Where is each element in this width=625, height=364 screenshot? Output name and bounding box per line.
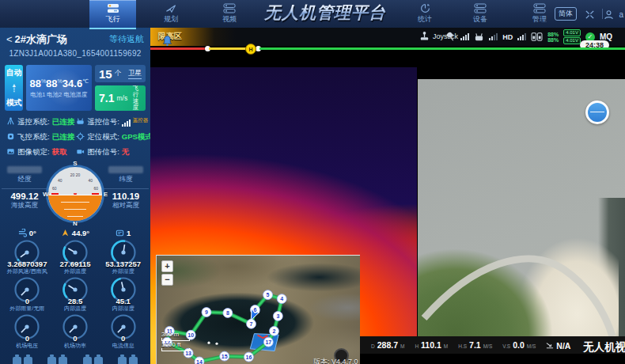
altitude-slider[interactable]: H	[150, 46, 625, 51]
waypoint-number: 5	[267, 292, 270, 298]
ground-battery-0	[5, 353, 40, 364]
telemetry-item-H.S: H.S7.1M/S	[458, 340, 492, 350]
battery-voltages: 4.01V4.01V	[563, 29, 581, 44]
flight-statusbar: 限高区 Joystick HD 88%88% 4.01V4.01V ✓ MQ 2…	[150, 28, 625, 46]
battery2-stat: 88% 电池2	[46, 77, 62, 98]
waypoint-number: 2	[273, 328, 276, 334]
slider-safe-segment	[259, 47, 625, 50]
tab-plan[interactable]: 规划	[151, 0, 191, 28]
link-status-grid: 遥控系统:已连接遥控信号:遥控器飞控系统:已连接定位模式:GPS模式图像锁定:获…	[6, 117, 146, 157]
scale-meters: 300 m	[161, 331, 190, 338]
joystick-icon	[419, 31, 430, 41]
status-row-4: 图像锁定:获取	[6, 147, 74, 157]
battery-icon	[83, 357, 92, 364]
battery-icon	[129, 357, 138, 364]
tab-video[interactable]: 视频	[210, 0, 249, 28]
devices-tab-icon	[474, 3, 487, 13]
back-button[interactable]: <	[6, 33, 13, 45]
flight-mode-tab[interactable]: 自动 ▲⋮ 模式	[5, 65, 23, 111]
ground-battery-row	[5, 353, 146, 364]
mode-arrow-icon: ▲⋮	[11, 83, 17, 93]
status-label: 遥控信号:	[87, 117, 119, 127]
satellites-label[interactable]: 卫星	[128, 69, 142, 79]
ground-battery-2	[75, 353, 111, 364]
longitude-label: 经度	[2, 175, 47, 184]
battery-percentages: 88%88%	[547, 32, 559, 43]
slider-danger-segment	[150, 47, 206, 50]
waypoint-number: 4	[280, 296, 283, 301]
battery1-stat: 88% 电池1	[29, 77, 46, 98]
waypoint-number: 8	[226, 310, 229, 316]
tab-stats[interactable]: 统计	[405, 0, 445, 28]
zoom-out-button[interactable]: −	[161, 274, 173, 286]
mode-label-bottom: 模式	[6, 97, 22, 108]
horizon-ground	[48, 195, 102, 221]
fullscreen-toggle-icon[interactable]	[585, 9, 595, 23]
image-lock-icon	[6, 147, 15, 157]
camera-compass[interactable]	[585, 100, 609, 124]
remote-controller-icon	[474, 32, 484, 42]
app-title: 无人机管理平台	[258, 2, 392, 24]
fc-icon	[6, 132, 15, 142]
top-navbar: 飞行 规划 视频 无人机管理平台 统计 设备 管理 简体	[0, 0, 625, 28]
ground-battery-3	[111, 353, 146, 364]
firmware-version: 版本: V4.4.7.0	[313, 357, 358, 364]
latitude-label: 纬度	[103, 175, 149, 184]
tab-flight[interactable]: 飞行	[89, 0, 136, 29]
tab-label: 统计	[418, 14, 432, 25]
gauge-label: 外部温度	[51, 267, 100, 275]
heading-icon	[61, 229, 70, 237]
altitude-handle[interactable]: H	[245, 44, 256, 55]
rc-signal-bars-icon	[122, 119, 131, 127]
tab-label: 设备	[473, 14, 487, 25]
waypoint-number: 14	[196, 359, 203, 364]
latitude-value-blurred	[108, 166, 143, 173]
map-scale: 300 m 1000 ft	[161, 331, 190, 351]
status-label: 遥控系统:	[17, 117, 50, 127]
slider-warning-segment	[209, 47, 247, 50]
tab-label: 视频	[222, 14, 237, 25]
remote-signal-bars	[489, 33, 498, 40]
drone-serial: 1ZN3J1A001A380_1654001159692	[0, 49, 150, 60]
status-row-3: 定位模式:GPS模式	[76, 132, 150, 142]
hd-label: HD	[502, 33, 513, 41]
tab-label: 管理	[532, 14, 547, 25]
hd-signal-bars	[517, 33, 526, 40]
status-row-1: 遥控信号:遥控器	[76, 117, 150, 127]
flight-sidebar: < 2#水滴广场 等待返航 1ZN3J1A001A380_16540011596…	[0, 28, 150, 364]
satellite-signal-bars	[460, 33, 469, 40]
status-label: 图传信号:	[87, 147, 119, 157]
user-icon[interactable]	[604, 9, 614, 23]
gauge-1: 27.69115外部温度	[51, 238, 100, 275]
altitude-value: 499.12	[2, 188, 47, 201]
altitude-label: 海拔高度	[2, 201, 47, 210]
status-value: 已连接	[52, 132, 75, 142]
site-name: 2#水滴广场	[15, 32, 109, 47]
waypoint-number: 17	[265, 339, 271, 345]
speed-box: 7.1 m/s 飞行速度	[95, 85, 146, 111]
longitude-value-blurred	[7, 166, 42, 173]
video-signal-icon	[76, 147, 85, 157]
drone-management-app: 飞行 规划 视频 无人机管理平台 统计 设备 管理 简体	[0, 0, 625, 364]
tab-management[interactable]: 管理	[520, 0, 559, 28]
gauge-label: 外部风速/西南风	[3, 267, 51, 275]
stats-tab-icon	[419, 3, 431, 13]
return-status[interactable]: 等待返航	[109, 33, 144, 45]
wind-chip: 0°	[3, 228, 51, 238]
mode-panel: 自动 ▲⋮ 模式 88% 电池1 88% 电池2 34.6℃ 电池温度	[5, 65, 146, 111]
battery-icon	[47, 357, 56, 364]
compass-n-s: S	[73, 160, 77, 167]
zoom-in-button[interactable]: +	[161, 260, 173, 272]
mission-map[interactable]: 234567891011121314151617 + − 300 m 1000 …	[156, 255, 360, 364]
tab-devices[interactable]: 设备	[460, 0, 500, 28]
language-button[interactable]: 简体	[555, 7, 577, 21]
battery-icon	[118, 357, 127, 364]
gauge-3: 0外部雨量/无雨	[3, 275, 51, 313]
gauges-grid: 3.26870397外部风速/西南风27.69115外部温度53.137257外…	[3, 238, 147, 350]
telemetry-item-D: D288.7M	[371, 340, 404, 350]
status-value: GPS模式	[122, 132, 150, 142]
video-watermark: 无人机视频	[583, 340, 625, 355]
map-zoom-controls: + −	[161, 260, 173, 286]
aerial-video-feed[interactable]	[418, 50, 625, 336]
status-extra: 遥控器	[133, 117, 149, 124]
